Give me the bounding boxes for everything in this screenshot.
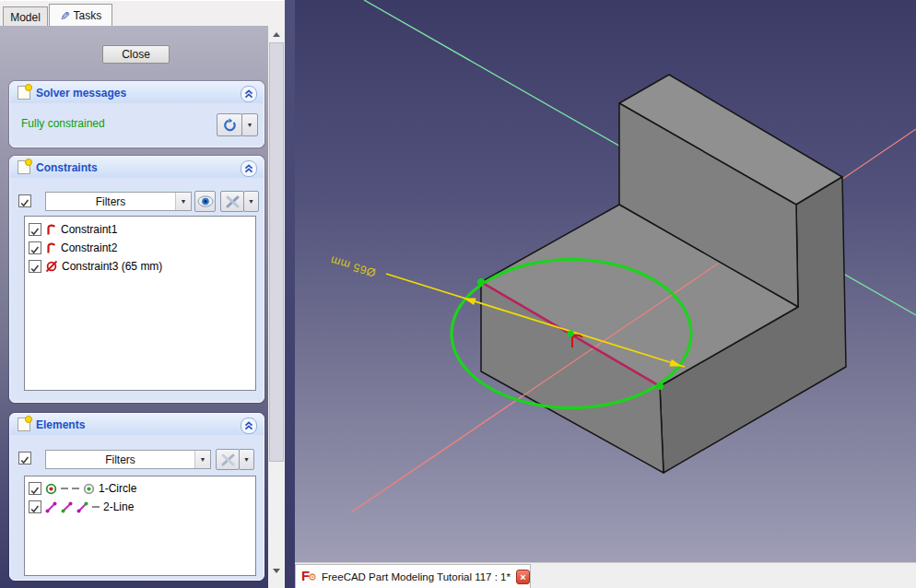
- elements-section: Elements Filters ▼ ▼: [9, 413, 264, 581]
- constraints-header[interactable]: Constraints: [10, 157, 264, 178]
- 3d-viewport[interactable]: Ø65 mm: [295, 0, 916, 562]
- constraint-tools-button[interactable]: [220, 191, 244, 212]
- constraint-label: Constraint2: [61, 241, 117, 254]
- circle-center-icon: [83, 483, 95, 495]
- chevron-down-icon: ▼: [243, 456, 250, 463]
- chevron-down-icon: ▼: [175, 193, 191, 210]
- coincident-constraint-icon: [45, 223, 57, 236]
- sketch-point-center[interactable]: [567, 330, 573, 336]
- coincident-constraint-icon: [45, 241, 57, 254]
- refresh-icon: [222, 118, 237, 133]
- tab-model-label: Model: [10, 11, 41, 24]
- document-tabbar: F ⚙ FreeCAD Part Modeling Tutorial 117 :…: [295, 562, 916, 588]
- tab-tasks[interactable]: ✎ Tasks: [49, 4, 112, 27]
- collapse-chevron-icon[interactable]: [241, 160, 257, 177]
- document-close-button[interactable]: ×: [516, 570, 530, 584]
- constraints-select-all-checkbox[interactable]: [18, 194, 31, 207]
- collapse-chevron-icon[interactable]: [241, 86, 257, 102]
- pencil-icon: ✎: [60, 9, 70, 23]
- close-task-label: Close: [122, 48, 150, 61]
- sketch-point-right[interactable]: [656, 382, 664, 390]
- element-row[interactable]: 2-Line: [25, 498, 255, 516]
- collapse-chevron-icon[interactable]: [241, 417, 257, 434]
- constraint-checkbox[interactable]: [29, 223, 41, 236]
- element-label: 1-Circle: [99, 482, 136, 495]
- close-icon: ×: [520, 571, 525, 582]
- document-tab-label: FreeCAD Part Modeling Tutorial 117 : 1*: [322, 571, 511, 582]
- placeholder-dash: [92, 506, 100, 508]
- constraints-filter-label: Filters: [46, 193, 175, 210]
- constraint-tools-dropdown-button[interactable]: ▼: [243, 191, 259, 212]
- elements-header[interactable]: Elements: [10, 414, 264, 435]
- chevron-down-icon: ▼: [248, 198, 254, 205]
- wrench-screwdriver-icon: [225, 195, 241, 208]
- note-icon: [18, 417, 30, 431]
- constraints-section: Constraints Filters ▼: [9, 156, 264, 403]
- tab-model[interactable]: Model: [3, 6, 48, 27]
- line-start-point-icon: [61, 501, 73, 513]
- freecad-window: Model ✎ Tasks Close Solver messages Full…: [0, 0, 916, 588]
- arrow-up-icon: [273, 32, 280, 37]
- panel-splitter[interactable]: [285, 0, 295, 588]
- elements-select-all-checkbox[interactable]: [18, 452, 31, 465]
- element-tools-button[interactable]: [216, 449, 240, 470]
- scrollbar-thumb[interactable]: [269, 42, 284, 462]
- line-edge-icon: [45, 501, 57, 513]
- element-checkbox[interactable]: [29, 500, 41, 513]
- constraints-title: Constraints: [36, 161, 98, 174]
- constraint-checkbox[interactable]: [29, 260, 41, 273]
- chevron-down-icon: ▼: [194, 451, 210, 468]
- tab-tasks-label: Tasks: [74, 9, 102, 22]
- refresh-button[interactable]: [217, 113, 242, 136]
- solver-messages-header[interactable]: Solver messages: [10, 82, 264, 103]
- element-checkbox[interactable]: [29, 482, 41, 495]
- close-task-button[interactable]: Close: [102, 45, 170, 64]
- constraint-label: Constraint3 (65 mm): [62, 260, 162, 273]
- panel-scrollbar[interactable]: [268, 26, 285, 588]
- chevron-down-icon: ▼: [247, 122, 253, 128]
- placeholder-dash: [72, 488, 79, 489]
- constraints-list: Constraint1 Constraint2 Constraint3 (65 …: [24, 216, 256, 391]
- element-label: 2-Line: [103, 500, 134, 513]
- 3d-scene[interactable]: Ø65 mm: [295, 0, 916, 562]
- document-tab[interactable]: F ⚙ FreeCAD Part Modeling Tutorial 117 :…: [295, 564, 531, 588]
- elements-title: Elements: [36, 418, 85, 431]
- circle-edge-icon: [45, 483, 57, 495]
- panel-tabbar: Model ✎ Tasks: [0, 0, 295, 27]
- element-row[interactable]: 1-Circle: [25, 479, 255, 498]
- element-tools-dropdown-button[interactable]: ▼: [239, 449, 254, 470]
- arrow-down-icon: [273, 569, 280, 573]
- constraint-row[interactable]: Constraint3 (65 mm): [25, 257, 255, 276]
- dimension-arrow-left: [464, 298, 476, 305]
- sketch-point-left[interactable]: [477, 278, 485, 286]
- refresh-dropdown-button[interactable]: ▼: [241, 113, 258, 136]
- solver-status-text: Fully constrained: [21, 117, 105, 130]
- elements-filter-select[interactable]: Filters ▼: [45, 450, 211, 469]
- elements-list: 1-Circle 2-Line: [24, 476, 256, 576]
- wrench-screwdriver-icon: [220, 453, 236, 466]
- scroll-up-button[interactable]: [268, 26, 285, 42]
- note-icon: [18, 160, 30, 174]
- solver-messages-section: Solver messages Fully constrained ▼: [9, 81, 264, 147]
- line-end-point-icon: [76, 501, 88, 513]
- dimension-label: Ø65 mm: [329, 253, 378, 279]
- constraint-label: Constraint1: [61, 223, 117, 236]
- constraint-checkbox[interactable]: [29, 241, 41, 254]
- constraints-filter-select[interactable]: Filters ▼: [45, 192, 192, 211]
- elements-filter-label: Filters: [46, 451, 194, 468]
- constraint-row[interactable]: Constraint2: [25, 239, 255, 257]
- scroll-down-button[interactable]: [268, 562, 285, 579]
- eye-icon: [197, 195, 214, 207]
- freecad-icon: F ⚙: [301, 569, 318, 585]
- constraint-row[interactable]: Constraint1: [25, 220, 255, 239]
- placeholder-dash: [61, 488, 68, 489]
- show-hide-eye-button[interactable]: [194, 191, 216, 212]
- note-icon: [18, 86, 30, 100]
- model-solid[interactable]: [481, 75, 846, 473]
- gear-icon: ⚙: [308, 571, 317, 583]
- tasks-panel: Model ✎ Tasks Close Solver messages Full…: [0, 0, 295, 588]
- solver-messages-title: Solver messages: [36, 87, 126, 100]
- diameter-constraint-icon: [45, 260, 58, 273]
